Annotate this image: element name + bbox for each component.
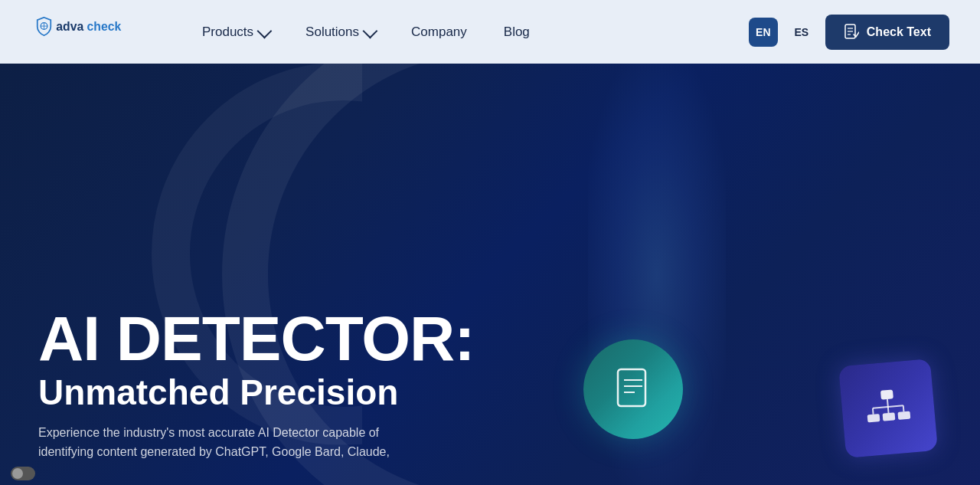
svg-rect-19 bbox=[867, 414, 880, 422]
org-chart-icon bbox=[864, 385, 913, 431]
svg-line-17 bbox=[888, 407, 889, 413]
nav-item-company[interactable]: Company bbox=[393, 17, 485, 48]
hero-title: AI DETECTOR: bbox=[38, 307, 475, 370]
svg-rect-13 bbox=[880, 389, 893, 399]
hero-section: AI DETECTOR: Unmatched Precision Experie… bbox=[0, 64, 980, 485]
nav-links: Products Solutions Company Blog bbox=[184, 17, 718, 48]
nav-item-blog[interactable]: Blog bbox=[485, 17, 548, 48]
document-feature-icon bbox=[612, 366, 655, 412]
hero-content: AI DETECTOR: Unmatched Precision Experie… bbox=[38, 307, 475, 462]
document-icon bbox=[844, 24, 859, 41]
cookie-bar bbox=[0, 462, 46, 485]
svg-line-16 bbox=[873, 408, 874, 415]
svg-text:check: check bbox=[87, 20, 122, 33]
svg-rect-9 bbox=[618, 369, 645, 406]
logo-link[interactable]: adva check bbox=[31, 11, 138, 53]
navbar: adva check Products Solutions Company Bl… bbox=[0, 0, 980, 64]
lang-en-button[interactable]: EN bbox=[749, 18, 778, 47]
nav-item-products[interactable]: Products bbox=[184, 17, 287, 48]
hero-description: Experience the industry's most accurate … bbox=[38, 423, 467, 462]
svg-rect-20 bbox=[883, 412, 896, 421]
svg-line-14 bbox=[887, 399, 888, 407]
chevron-down-icon bbox=[257, 23, 273, 38]
hero-subtitle: Unmatched Precision bbox=[38, 373, 475, 412]
svg-rect-21 bbox=[897, 411, 910, 420]
feature-card-document bbox=[583, 339, 683, 439]
check-text-button[interactable]: Check Text bbox=[825, 15, 949, 50]
feature-card-org bbox=[838, 359, 938, 458]
svg-line-18 bbox=[903, 405, 904, 411]
toggle-icon bbox=[11, 467, 35, 480]
nav-right: EN ES Check Text bbox=[749, 15, 949, 50]
nav-item-solutions[interactable]: Solutions bbox=[287, 17, 393, 48]
svg-text:adva: adva bbox=[56, 20, 83, 33]
lang-es-button[interactable]: ES bbox=[787, 18, 816, 47]
chevron-down-icon bbox=[363, 23, 378, 38]
